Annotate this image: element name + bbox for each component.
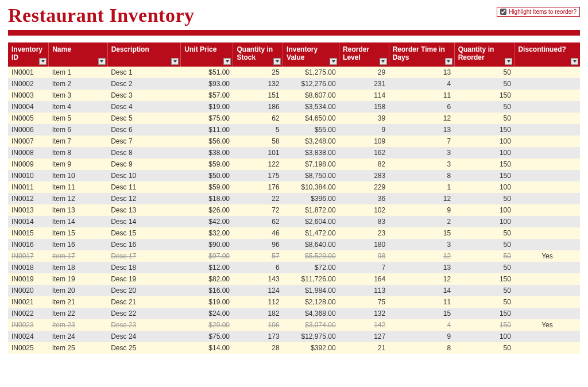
cell-price: $59.00 <box>181 158 233 170</box>
table-row[interactable]: IN0008Item 8Desc 8$38.00101$3,838.001623… <box>8 147 580 158</box>
cell-days: 11 <box>389 90 454 101</box>
cell-desc: Desc 23 <box>107 319 181 331</box>
table-row[interactable]: IN0004Item 4Desc 4$19.00186$3,534.001586… <box>8 101 580 113</box>
cell-desc: Desc 19 <box>107 273 181 285</box>
table-row[interactable]: IN0018Item 18Desc 18$12.006$72.0071350 <box>8 262 580 273</box>
filter-dropdown-icon[interactable] <box>98 58 106 65</box>
table-row[interactable]: IN0017Item 17Desc 17$97.0057$5,529.00981… <box>8 250 580 262</box>
table-row[interactable]: IN0001Item 1Desc 1$51.0025$1,275.0029135… <box>8 67 580 78</box>
table-row[interactable]: IN0022Item 22Desc 22$24.00182$4,368.0013… <box>8 308 580 319</box>
cell-price: $11.00 <box>181 124 233 136</box>
cell-disc <box>514 262 580 273</box>
cell-qty: 96 <box>233 239 283 250</box>
table-row[interactable]: IN0012Item 12Desc 12$18.0022$396.0036125… <box>8 193 580 204</box>
cell-qre: 50 <box>454 262 514 273</box>
table-row[interactable]: IN0019Item 19Desc 19$82.00143$11,726.001… <box>8 273 580 285</box>
filter-dropdown-icon[interactable] <box>223 58 231 65</box>
table-row[interactable]: IN0021Item 21Desc 21$19.00112$2,128.0075… <box>8 296 580 308</box>
cell-disc <box>514 170 580 181</box>
cell-qty: 176 <box>233 181 283 193</box>
filter-dropdown-icon[interactable] <box>171 58 179 65</box>
filter-dropdown-icon[interactable] <box>505 58 512 65</box>
cell-desc: Desc 14 <box>107 216 181 227</box>
cell-reorder: 283 <box>339 170 389 181</box>
filter-dropdown-icon[interactable] <box>39 58 47 65</box>
cell-disc <box>514 273 580 285</box>
table-row[interactable]: IN0016Item 16Desc 16$90.0096$8,640.00180… <box>8 239 580 250</box>
table-row[interactable]: IN0010Item 10Desc 10$50.00175$8,750.0028… <box>8 170 580 181</box>
filter-dropdown-icon[interactable] <box>330 58 337 65</box>
table-row[interactable]: IN0005Item 5Desc 5$75.0062$4,650.0039125… <box>8 113 580 124</box>
cell-value: $3,248.00 <box>283 136 339 147</box>
filter-dropdown-icon[interactable] <box>273 58 281 65</box>
table-row[interactable]: IN0014Item 14Desc 14$42.0062$2,604.00832… <box>8 216 580 227</box>
column-header[interactable]: Reorder Level <box>339 42 389 67</box>
cell-name: Item 14 <box>49 216 108 227</box>
column-header[interactable]: Inventory ID <box>8 42 49 67</box>
cell-name: Item 23 <box>49 319 108 331</box>
table-row[interactable]: IN0020Item 20Desc 20$16.00124$1,984.0011… <box>8 285 580 296</box>
table-row[interactable]: IN0024Item 24Desc 24$75.00173$12,975.001… <box>8 331 580 342</box>
cell-qty: 101 <box>233 147 283 158</box>
cell-price: $32.00 <box>181 227 233 239</box>
highlight-reorder-toggle[interactable]: Highlight Items to reorder? <box>497 7 580 17</box>
table-row[interactable]: IN0007Item 7Desc 7$56.0058$3,248.0010971… <box>8 136 580 147</box>
cell-disc <box>514 67 580 78</box>
cell-id: IN0022 <box>8 308 49 319</box>
table-row[interactable]: IN0025Item 25Desc 25$14.0028$392.0021850 <box>8 342 580 354</box>
cell-disc <box>514 78 580 90</box>
cell-id: IN0020 <box>8 285 49 296</box>
table-row[interactable]: IN0015Item 15Desc 15$32.0046$1,472.00231… <box>8 227 580 239</box>
column-header[interactable]: Description <box>107 42 181 67</box>
cell-value: $2,128.00 <box>283 296 339 308</box>
table-row[interactable]: IN0009Item 9Desc 9$59.00122$7,198.008231… <box>8 158 580 170</box>
cell-reorder: 102 <box>339 204 389 216</box>
cell-qty: 132 <box>233 78 283 90</box>
cell-value: $4,650.00 <box>283 113 339 124</box>
table-row[interactable]: IN0003Item 3Desc 3$57.00151$8,607.001141… <box>8 90 580 101</box>
cell-reorder: 158 <box>339 101 389 113</box>
cell-value: $12,276.00 <box>283 78 339 90</box>
column-header[interactable]: Quantity in Reorder <box>454 42 514 67</box>
cell-value: $10,384.00 <box>283 181 339 193</box>
cell-days: 12 <box>389 250 454 262</box>
filter-dropdown-icon[interactable] <box>380 58 387 65</box>
filter-dropdown-icon[interactable] <box>445 58 452 65</box>
table-row[interactable]: IN0011Item 11Desc 11$59.00176$10,384.002… <box>8 181 580 193</box>
cell-reorder: 21 <box>339 342 389 354</box>
cell-name: Item 24 <box>49 331 108 342</box>
cell-value: $2,604.00 <box>283 216 339 227</box>
highlight-reorder-checkbox[interactable] <box>500 9 506 15</box>
table-row[interactable]: IN0023Item 23Desc 23$29.00106$3,074.0014… <box>8 319 580 331</box>
cell-name: Item 5 <box>49 113 108 124</box>
cell-reorder: 180 <box>339 239 389 250</box>
cell-qty: 62 <box>233 216 283 227</box>
cell-qty: 112 <box>233 296 283 308</box>
cell-id: IN0016 <box>8 239 49 250</box>
cell-price: $16.00 <box>181 285 233 296</box>
column-header[interactable]: Inventory Value <box>283 42 339 67</box>
cell-desc: Desc 9 <box>107 158 181 170</box>
column-header[interactable]: Quantity in Stock <box>233 42 283 67</box>
column-header[interactable]: Unit Price <box>181 42 233 67</box>
column-header[interactable]: Discontinued? <box>514 42 580 67</box>
column-header[interactable]: Reorder Time in Days <box>389 42 454 67</box>
cell-reorder: 127 <box>339 331 389 342</box>
cell-reorder: 114 <box>339 90 389 101</box>
cell-reorder: 23 <box>339 227 389 239</box>
cell-qty: 57 <box>233 250 283 262</box>
cell-qre: 150 <box>454 319 514 331</box>
table-row[interactable]: IN0006Item 6Desc 6$11.005$55.00913150 <box>8 124 580 136</box>
cell-qty: 182 <box>233 308 283 319</box>
cell-desc: Desc 20 <box>107 285 181 296</box>
cell-qre: 50 <box>454 101 514 113</box>
filter-dropdown-icon[interactable] <box>571 58 578 65</box>
cell-days: 15 <box>389 227 454 239</box>
table-row[interactable]: IN0002Item 2Desc 2$93.00132$12,276.00231… <box>8 78 580 90</box>
cell-id: IN0007 <box>8 136 49 147</box>
cell-desc: Desc 5 <box>107 113 181 124</box>
column-header[interactable]: Name <box>49 42 108 67</box>
table-row[interactable]: IN0013Item 13Desc 13$26.0072$1,872.00102… <box>8 204 580 216</box>
cell-disc <box>514 147 580 158</box>
cell-name: Item 4 <box>49 101 108 113</box>
